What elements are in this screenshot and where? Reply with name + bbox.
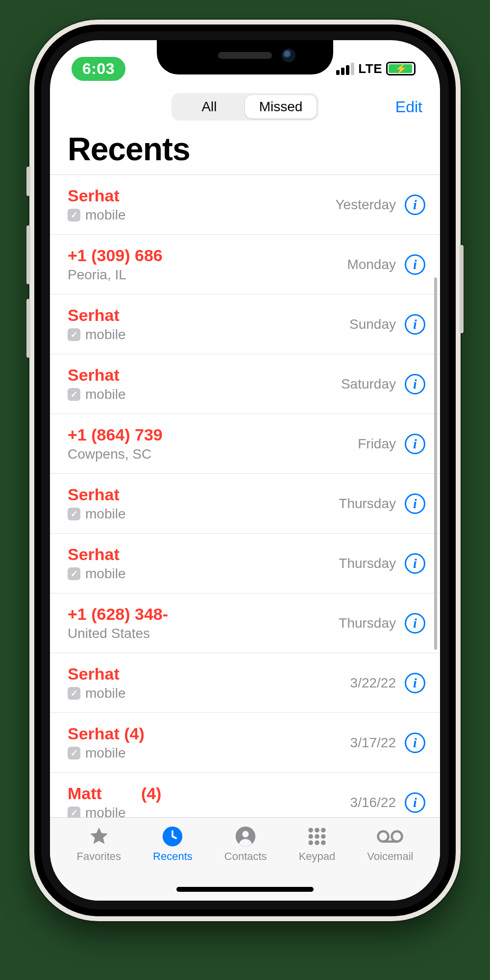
scroll-indicator — [434, 277, 437, 650]
info-button[interactable]: i — [405, 314, 425, 335]
call-subline: ✓mobile — [68, 207, 336, 223]
person-icon — [235, 826, 256, 847]
tab-recents[interactable]: Recents — [153, 826, 193, 863]
caller-name: Serhat — [68, 186, 336, 205]
call-subline: ✓mobile — [68, 506, 339, 522]
tab-label: Favorites — [77, 850, 121, 863]
caller-name: Serhat — [68, 306, 349, 325]
tab-label: Recents — [153, 850, 193, 863]
call-row[interactable]: +1 (309) 686Peoria, ILMondayi — [50, 235, 440, 294]
recents-list[interactable]: Serhat✓mobileYesterdayi+1 (309) 686Peori… — [50, 174, 440, 833]
facetime-badge-icon: ✓ — [68, 508, 80, 520]
call-time: Thursday — [339, 496, 396, 512]
call-row[interactable]: Serhat✓mobileSaturdayi — [50, 354, 440, 414]
call-row[interactable]: Serhat✓mobile3/22/22i — [50, 653, 440, 713]
nav-bar: All Missed Edit — [50, 87, 440, 126]
caller-name: Serhat — [68, 366, 341, 385]
cell-signal-icon — [336, 63, 354, 75]
battery-icon: ⚡ — [386, 62, 416, 75]
call-time: Thursday — [339, 615, 396, 631]
tab-favorites[interactable]: Favorites — [77, 826, 121, 863]
svg-point-2 — [243, 831, 249, 837]
network-type: LTE — [358, 61, 382, 76]
caller-name: Serhat (4) — [68, 724, 350, 743]
svg-point-3 — [308, 828, 313, 833]
facetime-badge-icon: ✓ — [68, 209, 80, 221]
call-time: Sunday — [349, 317, 396, 332]
call-subline: ✓mobile — [68, 566, 339, 582]
call-subline: ✓mobile — [68, 387, 341, 402]
keypad-icon — [306, 826, 328, 847]
tab-keypad[interactable]: Keypad — [299, 826, 336, 863]
call-time: Thursday — [339, 556, 396, 571]
caller-name: Serhat — [68, 545, 339, 564]
info-button[interactable]: i — [405, 434, 425, 454]
call-row[interactable]: Serhat✓mobileYesterdayi — [50, 175, 440, 235]
call-row[interactable]: Serhat (4)✓mobile3/17/22i — [50, 713, 440, 773]
tab-label: Keypad — [299, 850, 336, 863]
caller-name: +1 (864) 739 — [68, 425, 358, 444]
page-title: Recents — [50, 126, 440, 174]
home-indicator[interactable] — [176, 887, 314, 892]
call-row[interactable]: Serhat✓mobileThursdayi — [50, 474, 440, 534]
svg-point-4 — [315, 828, 319, 833]
clock-icon — [162, 826, 183, 847]
tab-contacts[interactable]: Contacts — [224, 826, 267, 863]
svg-point-10 — [315, 840, 319, 845]
call-row[interactable]: +1 (864) 739Cowpens, SCFridayi — [50, 414, 440, 474]
facetime-badge-icon: ✓ — [68, 747, 80, 760]
edit-button[interactable]: Edit — [395, 98, 422, 116]
status-time-pill[interactable]: 6:03 — [72, 57, 125, 81]
call-time: Yesterday — [336, 197, 396, 213]
info-button[interactable]: i — [405, 673, 425, 693]
info-button[interactable]: i — [405, 254, 425, 275]
tab-label: Contacts — [224, 850, 267, 863]
call-subline: Peoria, IL — [68, 267, 347, 283]
call-row[interactable]: Serhat✓mobileSundayi — [50, 294, 440, 354]
svg-point-13 — [392, 832, 402, 842]
segment-all[interactable]: All — [173, 95, 245, 119]
call-row[interactable]: +1 (628) 348-United StatesThursdayi — [50, 593, 440, 653]
caller-name: Matt(4) — [68, 784, 350, 803]
call-subline: ✓mobile — [68, 745, 350, 761]
info-button[interactable]: i — [405, 792, 425, 813]
info-button[interactable]: i — [405, 195, 425, 215]
svg-point-11 — [321, 840, 326, 845]
caller-name: Serhat — [68, 664, 350, 684]
call-subline: ✓mobile — [68, 686, 350, 701]
call-time: 3/16/22 — [350, 795, 396, 810]
call-time: 3/22/22 — [350, 675, 396, 691]
call-time: Friday — [358, 436, 396, 452]
tab-label: Voicemail — [367, 850, 413, 863]
phone-frame: 6:03 LTE ⚡ — [29, 20, 461, 921]
info-button[interactable]: i — [405, 493, 425, 514]
tab-voicemail[interactable]: Voicemail — [367, 826, 413, 863]
facetime-badge-icon: ✓ — [68, 567, 80, 580]
call-time: 3/17/22 — [350, 735, 396, 751]
caller-name: +1 (628) 348- — [68, 605, 339, 624]
svg-point-8 — [321, 834, 326, 839]
facetime-badge-icon: ✓ — [68, 687, 80, 700]
info-button[interactable]: i — [405, 733, 425, 753]
call-subline: ✓mobile — [68, 327, 349, 343]
facetime-badge-icon: ✓ — [68, 388, 80, 401]
filter-segmented-control[interactable]: All Missed — [172, 93, 318, 121]
svg-point-6 — [308, 834, 313, 839]
star-icon — [88, 826, 110, 847]
svg-point-5 — [321, 828, 326, 833]
call-time: Monday — [347, 257, 396, 272]
call-subline: United States — [68, 626, 339, 641]
svg-point-12 — [378, 832, 389, 842]
svg-point-9 — [308, 840, 313, 845]
call-subline: Cowpens, SC — [68, 446, 358, 462]
segment-missed[interactable]: Missed — [245, 95, 317, 119]
svg-point-7 — [315, 834, 319, 839]
info-button[interactable]: i — [405, 374, 425, 394]
info-button[interactable]: i — [405, 553, 425, 574]
caller-name: Serhat — [68, 485, 339, 504]
tab-bar: Favorites Recents Contacts — [50, 817, 440, 901]
facetime-badge-icon: ✓ — [68, 328, 80, 341]
call-row[interactable]: Serhat✓mobileThursdayi — [50, 534, 440, 593]
info-button[interactable]: i — [405, 613, 425, 634]
notch — [157, 40, 333, 74]
